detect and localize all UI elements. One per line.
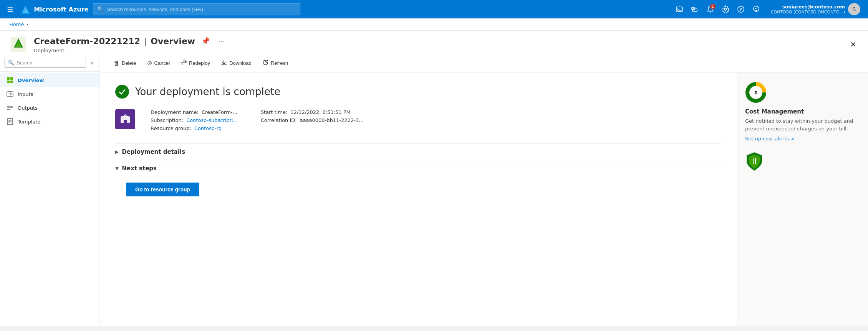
field-deployment-name: Deployment name: CreateForm-... xyxy=(151,109,238,115)
close-button[interactable]: ✕ xyxy=(848,38,859,51)
sidebar-item-overview[interactable]: Overview xyxy=(0,73,99,87)
sidebar-search-icon: 🔍 xyxy=(8,60,14,66)
subscription-link[interactable]: Contoso-subscripti... xyxy=(186,117,237,123)
resource-group-link[interactable]: Contoso-rg xyxy=(194,125,222,131)
next-steps-chevron-icon: ▼ xyxy=(115,166,119,171)
content-panel: Your deployment is complete Deployment n… xyxy=(100,72,737,326)
sidebar-label-template: Template xyxy=(18,119,40,125)
correlation-id-value: aaaa0000-bb11-2222-3... xyxy=(300,117,364,123)
redeploy-button[interactable]: Redeploy xyxy=(176,57,215,69)
sidebar-search-box[interactable]: 🔍 xyxy=(5,58,86,68)
global-search-input[interactable] xyxy=(107,7,296,12)
deployment-name-value: CreateForm-... xyxy=(202,109,237,115)
subscription-label: Subscription: xyxy=(151,117,183,123)
resource-name: CreateForm-20221212 xyxy=(34,36,140,46)
svg-rect-19 xyxy=(10,81,13,83)
correlation-id-label: Correlation ID: xyxy=(261,117,297,123)
page-title: CreateForm-20221212 | Overview 📌 ··· xyxy=(34,35,841,47)
feedback-icon[interactable] xyxy=(749,2,763,16)
redeploy-label: Redeploy xyxy=(189,60,210,66)
global-search[interactable]: 🔍 xyxy=(93,3,300,15)
directory-icon[interactable] xyxy=(688,2,702,16)
next-steps-label: Next steps xyxy=(122,165,157,172)
security-widget xyxy=(745,152,860,171)
sidebar-label-outputs: Outputs xyxy=(18,105,38,111)
template-icon xyxy=(6,118,14,125)
outputs-icon xyxy=(6,104,14,112)
app-name: Microsoft Azure xyxy=(34,6,88,13)
content-area: 🗑 Delete ⊘ Cancel Redeploy Download xyxy=(100,54,868,326)
sidebar-search-input[interactable] xyxy=(17,60,83,66)
more-button[interactable]: ··· xyxy=(216,36,226,47)
view-name: Overview xyxy=(151,36,195,46)
svg-point-7 xyxy=(724,8,727,10)
redeploy-icon xyxy=(181,59,187,67)
sidebar-item-outputs[interactable]: Outputs xyxy=(0,101,99,115)
deployment-details-label: Deployment details xyxy=(122,148,185,155)
svg-rect-40 xyxy=(753,158,754,164)
user-info: soniarees@contoso.com CONTOSO (CONTOSO.O… xyxy=(771,4,845,15)
main-content: Your deployment is complete Deployment n… xyxy=(100,72,868,326)
deployment-name-label: Deployment name: xyxy=(151,109,199,115)
user-profile[interactable]: soniarees@contoso.com CONTOSO (CONTOSO.O… xyxy=(768,2,863,17)
topbar-icons: 1 ? xyxy=(673,2,763,16)
breadcrumb-separator: › xyxy=(26,21,28,27)
refresh-icon xyxy=(262,59,268,67)
shield-svg xyxy=(745,152,764,171)
shield-icon xyxy=(745,152,764,171)
resource-type: Deployment xyxy=(34,48,841,53)
field-group-right: Start time: 12/12/2022, 6:51:51 PM Corre… xyxy=(261,109,364,131)
settings-icon[interactable] xyxy=(719,2,732,16)
cost-widget-description: Get notified to stay within your budget … xyxy=(745,117,860,132)
inputs-icon xyxy=(6,90,14,98)
cancel-button[interactable]: ⊘ Cancel xyxy=(142,57,174,69)
cost-alerts-link[interactable]: Set up cost alerts > xyxy=(745,136,795,142)
delete-label: Delete xyxy=(122,60,136,66)
deployment-resource-icon xyxy=(115,109,135,129)
svg-rect-29 xyxy=(181,63,187,63)
hamburger-menu[interactable]: ☰ xyxy=(5,4,15,15)
deployment-icon xyxy=(9,35,28,54)
main-layout: 🔍 « Overview Inputs O xyxy=(0,54,868,326)
page-header-info: CreateForm-20221212 | Overview 📌 ··· Dep… xyxy=(34,35,841,53)
deployment-details-section[interactable]: ▶ Deployment details xyxy=(115,143,722,160)
refresh-label: Refresh xyxy=(271,60,288,66)
sidebar-nav: Overview Inputs Outputs Template xyxy=(0,72,99,130)
svg-point-12 xyxy=(757,8,757,9)
download-button[interactable]: Download xyxy=(216,57,256,69)
breadcrumb-home[interactable]: Home xyxy=(9,21,24,27)
go-to-resource-group-button[interactable]: Go to resource group xyxy=(126,183,199,196)
notifications-icon[interactable]: 1 xyxy=(703,2,717,16)
sidebar-label-overview: Overview xyxy=(18,77,44,83)
sidebar: 🔍 « Overview Inputs O xyxy=(0,54,100,326)
next-steps-content: Go to resource group xyxy=(115,176,722,196)
svg-text:$: $ xyxy=(754,90,757,96)
sidebar-collapse-button[interactable]: « xyxy=(88,58,95,68)
azure-logo-icon xyxy=(20,4,31,15)
cost-widget-title: Cost Management xyxy=(745,108,860,115)
pin-button[interactable]: 📌 xyxy=(199,35,212,47)
cancel-icon: ⊘ xyxy=(147,59,152,67)
next-steps-section[interactable]: ▼ Next steps xyxy=(115,160,722,176)
page-header: CreateForm-20221212 | Overview 📌 ··· Dep… xyxy=(0,31,868,54)
cancel-label: Cancel xyxy=(154,60,170,66)
svg-rect-4 xyxy=(692,7,695,10)
cost-widget-icon-area: $ xyxy=(745,82,860,104)
success-icon xyxy=(115,85,129,99)
svg-text:?: ? xyxy=(739,7,742,12)
search-icon: 🔍 xyxy=(97,6,104,12)
right-panel: $ Cost Management Get notified to stay w… xyxy=(737,72,868,326)
app-logo: Microsoft Azure xyxy=(20,4,88,15)
svg-rect-34 xyxy=(124,120,127,123)
overview-icon xyxy=(6,76,14,84)
delete-button[interactable]: 🗑 Delete xyxy=(109,58,141,69)
svg-point-11 xyxy=(755,8,756,9)
sidebar-item-inputs[interactable]: Inputs xyxy=(0,87,99,101)
svg-rect-18 xyxy=(7,81,10,83)
terminal-icon[interactable] xyxy=(673,2,686,16)
svg-rect-41 xyxy=(755,158,756,164)
help-icon[interactable]: ? xyxy=(734,2,748,16)
refresh-button[interactable]: Refresh xyxy=(258,57,293,69)
sidebar-item-template[interactable]: Template xyxy=(0,115,99,128)
svg-rect-30 xyxy=(182,63,182,65)
